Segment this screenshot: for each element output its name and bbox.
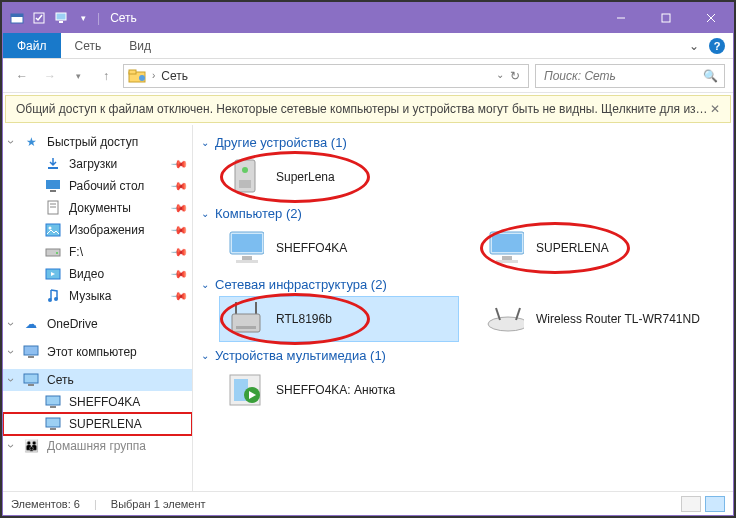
group-title: Сетевая инфраструктура (2) (215, 277, 387, 292)
homegroup-icon: 👪 (23, 438, 39, 454)
quick-access-item[interactable]: Изображения📌 (3, 219, 192, 241)
status-bar: Элементов: 6 | Выбран 1 элемент (3, 491, 733, 515)
device-icon (226, 158, 264, 196)
nav-pane: ★ Быстрый доступ Загрузки📌Рабочий стол📌Д… (3, 125, 193, 491)
item-label: SUPERLENA (536, 241, 609, 255)
pin-icon: 📌 (169, 220, 188, 239)
body: ★ Быстрый доступ Загрузки📌Рабочий стол📌Д… (3, 125, 733, 491)
qat-network-icon[interactable] (53, 10, 69, 26)
svg-rect-20 (46, 249, 60, 256)
svg-rect-27 (24, 374, 38, 383)
pc-icon (45, 394, 61, 410)
search-input[interactable] (542, 68, 697, 84)
pc-icon (486, 229, 524, 267)
network-item[interactable]: SHEFFO4KA: Анютка (219, 367, 459, 413)
selection-count: Выбран 1 элемент (111, 498, 206, 510)
help-icon[interactable]: ? (709, 38, 725, 54)
this-pc[interactable]: Этот компьютер (3, 341, 192, 363)
documents-icon (45, 200, 61, 216)
quick-access-item-label: Изображения (69, 223, 144, 237)
recent-dropdown-icon[interactable]: ▾ (67, 65, 89, 87)
group-items: SHEFFO4KA: Анютка (201, 367, 725, 413)
quick-access-item[interactable]: F:\📌 (3, 241, 192, 263)
svg-rect-4 (59, 21, 63, 23)
qat-dropdown-icon[interactable]: ▾ (75, 10, 91, 26)
navigation-bar: ← → ▾ ↑ › Сеть ⌄ ↻ 🔍 (3, 59, 733, 93)
quick-access-item[interactable]: Загрузки📌 (3, 153, 192, 175)
network-item[interactable]: RTL8196b (219, 296, 459, 342)
refresh-icon[interactable]: ↻ (510, 69, 520, 83)
chevron-down-icon: ⌄ (201, 279, 209, 290)
svg-rect-6 (662, 14, 670, 22)
svg-point-23 (48, 298, 52, 302)
network-item[interactable]: SuperLena (219, 154, 459, 200)
svg-rect-12 (48, 167, 58, 169)
minimize-button[interactable] (598, 3, 643, 33)
quick-access[interactable]: ★ Быстрый доступ (3, 131, 192, 153)
pin-icon: 📌 (169, 264, 188, 283)
group-header[interactable]: ⌄Другие устройства (1) (201, 135, 725, 150)
search-icon: 🔍 (703, 69, 718, 83)
ribbon-tabs: Файл Сеть Вид ⌄ ? (3, 33, 733, 59)
svg-rect-26 (28, 356, 34, 358)
system-menu-icon[interactable] (9, 10, 25, 26)
svg-point-19 (49, 227, 52, 230)
network-child[interactable]: SUPERLENA (3, 413, 192, 435)
svg-rect-28 (28, 384, 34, 386)
up-button[interactable]: ↑ (95, 65, 117, 87)
tab-file[interactable]: Файл (3, 33, 61, 58)
content-pane: ⌄Другие устройства (1)SuperLena⌄Компьюте… (193, 125, 733, 491)
svg-point-11 (139, 75, 145, 81)
quick-access-item[interactable]: Видео📌 (3, 263, 192, 285)
qat-properties-icon[interactable] (31, 10, 47, 26)
router2-icon (486, 300, 524, 338)
svg-rect-42 (502, 256, 512, 260)
group-header[interactable]: ⌄Компьютер (2) (201, 206, 725, 221)
breadcrumb[interactable]: Сеть (161, 69, 188, 83)
svg-rect-32 (50, 428, 56, 430)
network-child[interactable]: SHEFFO4KA (3, 391, 192, 413)
quick-access-item[interactable]: Рабочий стол📌 (3, 175, 192, 197)
breadcrumb-sep[interactable]: › (152, 70, 155, 81)
svg-rect-43 (496, 260, 518, 263)
titlebar[interactable]: ▾ | Сеть (3, 3, 733, 33)
explorer-window: ▾ | Сеть Файл Сеть Вид ⌄ ? ← → ▾ ↑ › Сет… (2, 2, 734, 516)
maximize-button[interactable] (643, 3, 688, 33)
address-dropdown-icon[interactable]: ⌄ (496, 69, 504, 83)
group-header[interactable]: ⌄Сетевая инфраструктура (2) (201, 277, 725, 292)
network-item[interactable]: SHEFFO4KA (219, 225, 459, 271)
video-icon (45, 266, 61, 282)
view-details-button[interactable] (681, 496, 701, 512)
tab-view[interactable]: Вид (115, 33, 165, 58)
svg-rect-37 (232, 234, 262, 252)
quick-access-item-label: Видео (69, 267, 104, 281)
network-node[interactable]: Сеть (3, 369, 192, 391)
info-bar-close-icon[interactable]: ✕ (710, 102, 720, 116)
address-icon (128, 69, 146, 83)
tab-network[interactable]: Сеть (61, 33, 116, 58)
homegroup-node[interactable]: 👪 Домашняя группа (3, 435, 192, 457)
info-bar[interactable]: Общий доступ к файлам отключен. Некоторы… (5, 95, 731, 123)
svg-rect-35 (239, 180, 251, 188)
chevron-down-icon: ⌄ (201, 208, 209, 219)
network-item[interactable]: Wireless Router TL-WR741ND (479, 296, 719, 342)
music-icon (45, 288, 61, 304)
quick-access-item[interactable]: Музыка📌 (3, 285, 192, 307)
onedrive[interactable]: ☁ OneDrive (3, 313, 192, 335)
cloud-icon: ☁ (23, 316, 39, 332)
pc-icon (23, 344, 39, 360)
svg-rect-1 (11, 14, 23, 17)
forward-button[interactable]: → (39, 65, 61, 87)
back-button[interactable]: ← (11, 65, 33, 87)
group-header[interactable]: ⌄Устройства мультимедиа (1) (201, 348, 725, 363)
search-box[interactable]: 🔍 (535, 64, 725, 88)
quick-access-item[interactable]: Документы📌 (3, 197, 192, 219)
network-item[interactable]: SUPERLENA (479, 225, 719, 271)
ribbon-expand-icon[interactable]: ⌄ (689, 39, 699, 53)
address-bar[interactable]: › Сеть ⌄ ↻ (123, 64, 529, 88)
chevron-down-icon: ⌄ (201, 350, 209, 361)
item-label: SHEFFO4KA (276, 241, 347, 255)
item-label: RTL8196b (276, 312, 332, 326)
view-tiles-button[interactable] (705, 496, 725, 512)
close-button[interactable] (688, 3, 733, 33)
